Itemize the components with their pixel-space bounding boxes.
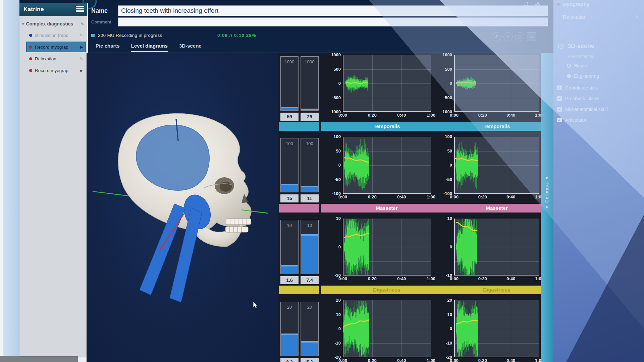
expand-arrow-icon[interactable]: ▶ — [80, 45, 83, 49]
checkbox-label: Coordinate axis — [565, 85, 598, 90]
level-diagram-bar: 100 — [301, 138, 319, 192]
x-axis-tick: 0:20 — [368, 113, 377, 118]
level-diagram-bar: 20 — [301, 302, 319, 356]
level-value: 11 — [301, 194, 319, 202]
radio-single[interactable]: Single — [567, 63, 587, 68]
y-axis-tick: -500 — [433, 95, 452, 100]
muscle-band — [279, 286, 319, 294]
sidebar-item-label: Record myograp — [35, 68, 68, 73]
level-fill — [301, 186, 318, 192]
checkbox-icon[interactable]: ✓ — [557, 117, 562, 123]
dropdown-icon[interactable]: ≡ — [527, 32, 536, 41]
checkbox-articulator[interactable]: ✓Articulator — [557, 117, 586, 123]
level-fill — [281, 184, 298, 192]
y-axis-tick: 0 — [433, 163, 452, 168]
level-diagram-bar: 10 — [301, 220, 319, 274]
record-dot-icon — [29, 57, 32, 60]
skull-model[interactable] — [118, 114, 251, 302]
undo-icon[interactable]: ↺ — [492, 32, 501, 41]
level-diagram-bar: 100 — [280, 138, 299, 192]
bell-icon[interactable] — [523, 1, 529, 7]
camera-icon[interactable]: ▢ — [515, 32, 524, 41]
collapse-panel-strip[interactable]: ▼ Collapse ▼ — [541, 53, 553, 362]
expand-arrow-icon[interactable]: ▶ — [80, 69, 83, 72]
taskbar-fragment — [0, 356, 78, 362]
emg-plot — [454, 219, 539, 276]
tab-3d-scene[interactable]: 3D-scene — [179, 43, 202, 52]
checkbox-icon[interactable]: ✓ — [557, 107, 562, 112]
x-axis-tick: 0:40 — [506, 194, 515, 199]
sidebar-item-stimulation-repo[interactable]: stimulation (repo✎ — [26, 30, 86, 41]
pencil-icon[interactable]: ✎ — [80, 33, 83, 38]
sidebar-item-label: Record myograp — [35, 45, 68, 50]
sidebar-item-record-myograp[interactable]: Record myograp▶ — [26, 65, 86, 76]
checkbox-coordinate-axis[interactable]: ✓Coordinate axis — [557, 85, 598, 90]
muscle-band-label: Temporalis — [374, 123, 400, 129]
checkbox-icon[interactable]: ✓ — [557, 85, 562, 90]
y-axis-tick: 1000 — [433, 53, 452, 57]
level-value: 29 — [301, 113, 319, 121]
y-axis-tick: 10 — [322, 312, 341, 317]
x-axis-tick: 0:40 — [397, 358, 406, 362]
collapse-label: ▼ Collapse ▼ — [545, 196, 549, 209]
radio-engineering[interactable]: Engineering — [567, 73, 599, 79]
y-axis-tick: -10 — [433, 341, 452, 346]
pencil-icon[interactable]: ✎ — [81, 22, 84, 26]
sidebar-item-record-myograp[interactable]: Record myograp▶ — [26, 42, 86, 52]
gear-icon[interactable] — [535, 1, 541, 7]
y-axis-tick: 0 — [322, 81, 341, 86]
y-axis-tick: 500 — [433, 67, 452, 72]
x-axis-tick: 0:20 — [478, 113, 487, 118]
x-axis-tick: 0:20 — [478, 276, 487, 281]
radio-label: Single — [574, 63, 587, 68]
emg-row-masseter: 1001510011100500-50-1000:000:200:401:001… — [278, 135, 541, 217]
tree-root-complex-diagnostics[interactable]: ▾ Complex diagnostics ✎ — [19, 19, 87, 29]
recording-bullet-icon — [91, 34, 95, 37]
chevron-down-icon[interactable]: ▾ — [22, 22, 24, 26]
y-axis-tick: -500 — [322, 95, 341, 100]
checkbox-icon[interactable]: ✓ — [557, 96, 562, 101]
pencil-icon[interactable]: ✎ — [635, 15, 639, 19]
pen-icon[interactable]: ✎ — [503, 32, 513, 41]
sidebar-item-relaxation[interactable]: Relaxation✎ — [26, 53, 86, 64]
comment-input[interactable] — [118, 17, 548, 26]
hamburger-menu-icon[interactable] — [76, 6, 84, 12]
myography-item[interactable]: Myography — [562, 1, 589, 7]
y-axis-tick: -1000 — [322, 109, 341, 114]
x-axis-tick: 1:00 — [535, 194, 541, 199]
y-axis-tick: 10 — [433, 216, 452, 221]
tab-pie-charts[interactable]: Pie charts — [96, 43, 120, 52]
level-value: 5.3 — [301, 358, 319, 362]
x-axis-tick: 0:40 — [397, 276, 406, 281]
level-fill — [281, 334, 298, 356]
sidebar: Katrine ▾ Complex diagnostics ✎ stimulat… — [19, 3, 88, 356]
radio-icon[interactable] — [567, 74, 571, 78]
name-input[interactable] — [118, 5, 548, 16]
level-value: 8.3 — [280, 358, 299, 362]
checkbox-mid-anatomical-skull[interactable]: ✓Mid-anatomical skull — [557, 107, 608, 112]
level-max-label: 1000 — [301, 59, 318, 64]
y-axis-tick: 100 — [433, 134, 452, 139]
level-diagram-bar: 10 — [280, 220, 299, 274]
y-axis-tick: -10 — [322, 341, 341, 346]
y-axis-tick: -1000 — [433, 109, 452, 114]
level-max-label: 10 — [301, 223, 318, 228]
muscle-band-label: Masseter — [486, 205, 507, 211]
checkbox-prosthetic-plane[interactable]: ✓Prosthetic plane — [557, 96, 599, 101]
emg-row-row4: 208.3205.320100-10-200:000:200:401:00201… — [278, 299, 541, 362]
3d-scene-viewport[interactable] — [87, 53, 278, 362]
radio-icon[interactable] — [567, 64, 571, 68]
tab-level-diagrams[interactable]: Level diagrams — [131, 43, 168, 52]
muscle-band-label: Digastricus — [373, 287, 400, 293]
pencil-icon[interactable]: ✎ — [80, 57, 83, 61]
relaxation-item[interactable]: Relaxation — [563, 14, 587, 20]
muscle-band: MasseterMasseter — [321, 204, 541, 213]
y-axis-tick: -100 — [433, 191, 452, 196]
level-diagram-bar: 1000 — [280, 56, 299, 111]
cube-icon — [557, 42, 565, 50]
sidebar-item-label: stimulation (repo — [35, 33, 68, 38]
y-axis-tick: -50 — [322, 177, 341, 182]
view-tabs: Pie chartsLevel diagrams3D-scene — [96, 43, 202, 52]
x-axis-tick: 0:20 — [368, 276, 377, 281]
y-axis-tick: -100 — [322, 191, 341, 196]
